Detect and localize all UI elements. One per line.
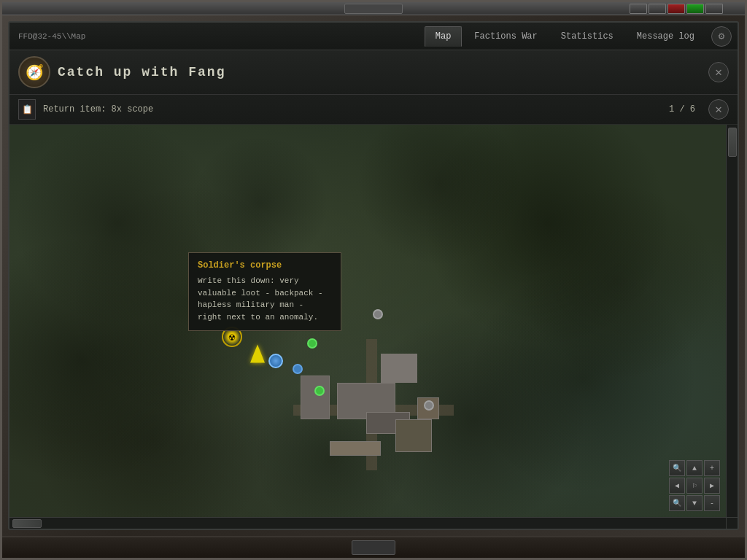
bottom-notch xyxy=(352,540,395,555)
tab-bar: FFD@32-45\\Map Map Factions War Statisti… xyxy=(9,23,738,50)
top-bar-notch xyxy=(344,4,403,14)
indicator-2 xyxy=(649,4,666,14)
direction-arrow xyxy=(250,345,265,363)
soldier-corpse-tooltip: Soldier's corpse Write this down: very v… xyxy=(188,252,341,331)
settings-icon[interactable]: ⚙ xyxy=(711,26,732,47)
map-ctrl-down-button[interactable]: ▼ xyxy=(686,495,703,511)
map-ctrl-walk-button[interactable]: ⚐ xyxy=(686,478,703,494)
top-indicators xyxy=(630,4,723,14)
tab-message-log[interactable]: Message log xyxy=(626,26,705,47)
tooltip-body: Write this down: very valuable loot - ba… xyxy=(198,275,332,323)
map-ctrl-zoom-out-icon[interactable]: 🔍 xyxy=(669,495,685,511)
blue-marker-1 xyxy=(293,364,303,374)
building-7 xyxy=(395,419,432,452)
indicator-5 xyxy=(705,4,723,14)
objective-icon: 📋 xyxy=(18,99,36,120)
map-ctrl-zoom-icon[interactable]: 🔍 xyxy=(669,460,685,476)
objective-bar: 📋 Return item: 8x scope 1 / 6 ✕ xyxy=(9,95,738,125)
main-content: FFD@32-45\\Map Map Factions War Statisti… xyxy=(2,15,745,536)
building-5 xyxy=(330,441,381,456)
quest-header: 🧭 Catch up with Fang ✕ xyxy=(9,50,738,95)
indicator-1 xyxy=(630,4,647,14)
map-ctrl-zoom-out-button[interactable]: - xyxy=(704,495,720,511)
objective-text: Return item: 8x scope xyxy=(43,104,662,114)
tab-factions-war[interactable]: Factions War xyxy=(463,26,548,47)
ui-panel: FFD@32-45\\Map Map Factions War Statisti… xyxy=(8,21,739,530)
marker-green-2 xyxy=(314,386,325,396)
green-marker-2 xyxy=(314,386,325,396)
bottom-frame xyxy=(2,536,745,558)
map-area[interactable]: Soldier's corpse Write this down: very v… xyxy=(9,125,738,529)
tab-statistics[interactable]: Statistics xyxy=(550,26,624,47)
gray-marker-2 xyxy=(424,400,434,411)
green-marker-1 xyxy=(307,338,317,349)
quest-title: Catch up with Fang xyxy=(58,65,701,79)
top-bar xyxy=(2,2,745,15)
map-controls: 🔍 ▲ + ◀ ⚐ ▶ 🔍 ▼ - xyxy=(669,460,720,511)
horizontal-scrollbar[interactable] xyxy=(9,517,726,529)
horizontal-scrollbar-thumb[interactable] xyxy=(12,519,42,528)
scroll-corner xyxy=(726,517,738,529)
building-4 xyxy=(301,376,330,419)
gray-marker-1 xyxy=(373,309,383,319)
indicator-3 xyxy=(667,4,685,14)
quest-close-button[interactable]: ✕ xyxy=(708,62,729,82)
outer-frame: FFD@32-45\\Map Map Factions War Statisti… xyxy=(0,0,747,560)
marker-blue-1 xyxy=(293,364,303,374)
tooltip-title: Soldier's corpse xyxy=(198,260,332,271)
marker-green-1 xyxy=(307,338,317,349)
objective-counter: 1 / 6 xyxy=(669,104,695,114)
indicator-4 xyxy=(686,4,704,14)
vertical-scrollbar[interactable] xyxy=(726,125,738,517)
marker-gray-1 xyxy=(373,309,383,319)
map-ctrl-left-button[interactable]: ◀ xyxy=(669,478,685,494)
building-2 xyxy=(381,354,417,383)
marker-arrow xyxy=(250,345,265,363)
vertical-scrollbar-thumb[interactable] xyxy=(728,128,737,157)
path-label: FFD@32-45\\Map xyxy=(15,32,423,41)
map-ctrl-right-button[interactable]: ▶ xyxy=(704,478,720,494)
objective-close-button[interactable]: ✕ xyxy=(708,99,729,120)
map-ctrl-zoom-in-button[interactable]: + xyxy=(704,460,720,476)
marker-player xyxy=(268,354,283,368)
player-icon xyxy=(268,354,283,368)
quest-icon: 🧭 xyxy=(18,56,50,88)
map-ctrl-up-button[interactable]: ▲ xyxy=(686,460,703,476)
tab-map[interactable]: Map xyxy=(425,26,462,47)
marker-gray-2 xyxy=(424,400,434,411)
